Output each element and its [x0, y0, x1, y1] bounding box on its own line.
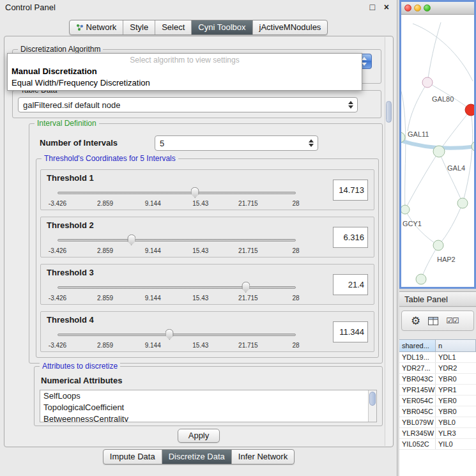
apply-button[interactable]: Apply — [178, 429, 220, 443]
gear-icon[interactable]: ⚙ — [411, 316, 420, 326]
tab-jactivemnodules[interactable]: jActiveMNodules — [252, 20, 328, 35]
tick-label: -3.426 — [49, 295, 66, 302]
tab-discretize-data[interactable]: Discretize Data — [162, 450, 231, 464]
node[interactable] — [433, 240, 443, 250]
list-item-betweennesscentrality[interactable]: BetweennessCentrality — [40, 413, 376, 422]
popup-option-equal-width-frequency[interactable]: Equal Width/Frequency Discretization — [8, 77, 362, 89]
number-of-intervals-combobox[interactable]: 5 — [155, 135, 318, 151]
algorithm-placeholder: Select algorithm to view settings — [8, 54, 362, 66]
table-row[interactable]: YDL19...YDL1 — [399, 352, 476, 363]
network-canvas[interactable]: GAL80 GAL11 GAL4 GCY1 HAP2 — [401, 15, 474, 287]
tab-style[interactable]: Style — [123, 20, 155, 35]
tick-label: 15.43 — [192, 200, 208, 207]
threshold-4-slider[interactable] — [58, 329, 296, 341]
slider-track[interactable] — [58, 334, 296, 336]
column-header-name[interactable]: n — [436, 339, 476, 352]
node[interactable] — [416, 274, 426, 284]
cell-shared-name: YDL19... — [399, 352, 436, 362]
node[interactable] — [422, 77, 433, 88]
bottom-tab-bar: Impute Data Discretize Data Infer Networ… — [0, 449, 397, 464]
cell-name: YIL0 — [436, 439, 476, 449]
tick-label: -3.426 — [49, 342, 66, 349]
table-row[interactable]: YLR345WYLR3 — [399, 428, 476, 439]
node-labels: GAL80 GAL11 GAL4 GCY1 HAP2 — [403, 95, 465, 263]
table-row[interactable]: YBL079WYBL0 — [399, 417, 476, 428]
tab-infer-network[interactable]: Infer Network — [231, 450, 294, 464]
scrollbar-thumb[interactable] — [369, 392, 376, 406]
tick-label: -3.426 — [49, 200, 66, 207]
control-panel-titlebar: Control Panel □ × — [0, 0, 397, 15]
node-highlighted[interactable] — [465, 104, 474, 116]
cell-shared-name: YBR043C — [399, 374, 436, 384]
tab-impute-data[interactable]: Impute Data — [104, 450, 162, 464]
numerical-attributes-list: SelfLoops TopologicalCoefficient Between… — [40, 390, 377, 422]
cell-shared-name: YBR045C — [399, 406, 436, 417]
table-data-combobox[interactable]: galFiltered.sif default node — [18, 97, 358, 112]
group-title: Threshold's Coordinates for 5 Intervals — [42, 154, 178, 163]
table-row[interactable]: YBR045CYBR0 — [399, 406, 476, 417]
threshold-2-slider[interactable] — [58, 234, 296, 246]
table-panel-header: Table Panel — [399, 291, 476, 307]
threshold-4-label: Threshold 4 — [47, 315, 94, 325]
slider-handle[interactable] — [242, 282, 250, 293]
threshold-2-label: Threshold 2 — [47, 220, 94, 230]
scrollbar-thumb[interactable] — [386, 101, 392, 123]
close-icon[interactable]: × — [384, 2, 389, 12]
list-item-selfloops[interactable]: SelfLoops — [40, 390, 376, 402]
cell-shared-name: YIL052C — [399, 439, 436, 449]
mac-minimize-button[interactable] — [414, 4, 421, 12]
threshold-2-panel: Threshold 2 -3.426 2.859 9.144 15.43 21.… — [40, 217, 374, 257]
table-row[interactable]: YDR27...YDR2 — [399, 363, 476, 374]
threshold-4-panel: Threshold 4 -3.426 2.859 9.144 15.43 21.… — [40, 311, 374, 352]
threshold-3-value-field[interactable]: 21.4 — [333, 274, 368, 295]
threshold-4-value-field[interactable]: 11.344 — [333, 321, 368, 342]
attributes-list-scrollbar[interactable] — [368, 390, 376, 422]
list-item-topologicalcoefficient[interactable]: TopologicalCoefficient — [40, 402, 376, 413]
slider-handle[interactable] — [165, 329, 174, 340]
table-row[interactable]: YBR043CYBR0 — [399, 374, 476, 385]
cell-name: YDR2 — [436, 363, 476, 373]
threshold-2-value-field[interactable]: 6.316 — [333, 227, 368, 248]
node[interactable] — [457, 198, 468, 208]
tick-label: 15.43 — [192, 342, 208, 349]
threshold-1-slider[interactable] — [58, 187, 296, 199]
node[interactable] — [401, 205, 410, 214]
network-view-window[interactable]: GAL80 GAL11 GAL4 GCY1 HAP2 — [399, 0, 476, 289]
tick-label: 2.859 — [97, 342, 113, 349]
node[interactable] — [433, 146, 445, 157]
table-data-group: Table Data galFiltered.sif default node — [12, 90, 381, 118]
slider-handle[interactable] — [191, 187, 199, 198]
threshold-1-value-field[interactable]: 14.713 — [333, 180, 368, 201]
table-row[interactable]: YER054CYER0 — [399, 395, 476, 406]
tab-label: Style — [130, 22, 148, 32]
tab-select[interactable]: Select — [155, 20, 191, 35]
columns-icon[interactable] — [428, 317, 438, 325]
threshold-coordinates-group: Threshold's Coordinates for 5 Intervals … — [36, 158, 379, 358]
tick-label: 28 — [292, 247, 299, 254]
threshold-3-label: Threshold 3 — [47, 268, 94, 277]
float-window-icon[interactable]: □ — [370, 2, 375, 12]
network-tab-icon — [76, 24, 84, 31]
mac-zoom-button[interactable] — [424, 4, 431, 12]
mac-close-button[interactable] — [404, 4, 411, 12]
control-panel-scrollbar[interactable] — [385, 37, 392, 446]
tick-label: 28 — [292, 342, 299, 349]
tab-cyni-toolbox[interactable]: Cyni Toolbox — [191, 20, 252, 35]
cell-name: YPR1 — [436, 385, 476, 395]
combo-arrows-icon — [309, 139, 314, 148]
tick-label: 28 — [292, 295, 299, 302]
group-title: Discretization Algorithm — [18, 45, 103, 54]
tab-network[interactable]: Network — [70, 20, 123, 35]
column-header-shared-name[interactable]: shared... — [399, 339, 436, 352]
table-row[interactable]: YIL052CYIL0 — [399, 439, 476, 450]
table-row[interactable]: YPR145WYPR1 — [399, 385, 476, 395]
popup-option-manual-discretization[interactable]: Manual Discretization — [8, 66, 362, 77]
slider-track[interactable] — [58, 239, 296, 242]
slider-track[interactable] — [58, 286, 296, 289]
cell-name: YLR3 — [436, 428, 476, 438]
slider-handle[interactable] — [127, 234, 135, 245]
column-checkboxes-icon[interactable]: ☑☑ — [446, 316, 459, 325]
threshold-3-slider[interactable] — [58, 282, 296, 293]
table-panel-title: Table Panel — [404, 295, 448, 304]
slider-track[interactable] — [58, 192, 296, 194]
